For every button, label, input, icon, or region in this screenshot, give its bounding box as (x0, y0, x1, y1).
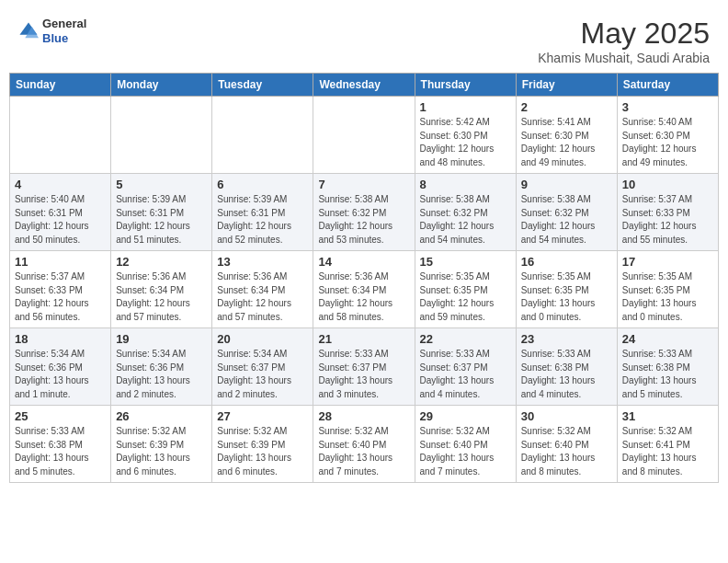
page-header: General Blue May 2025 Khamis Mushait, Sa… (9, 9, 719, 69)
day-info: Sunrise: 5:34 AM Sunset: 6:37 PM Dayligh… (217, 348, 308, 401)
day-number: 26 (116, 409, 207, 423)
calendar-cell: 28Sunrise: 5:32 AM Sunset: 6:40 PM Dayli… (313, 406, 415, 483)
day-info: Sunrise: 5:32 AM Sunset: 6:39 PM Dayligh… (217, 425, 308, 478)
day-info: Sunrise: 5:32 AM Sunset: 6:40 PM Dayligh… (318, 425, 409, 478)
calendar-cell: 17Sunrise: 5:35 AM Sunset: 6:35 PM Dayli… (617, 251, 718, 328)
calendar-cell: 14Sunrise: 5:36 AM Sunset: 6:34 PM Dayli… (313, 251, 415, 328)
day-info: Sunrise: 5:32 AM Sunset: 6:40 PM Dayligh… (521, 425, 612, 478)
day-number: 16 (521, 255, 612, 269)
calendar-cell: 19Sunrise: 5:34 AM Sunset: 6:36 PM Dayli… (111, 328, 212, 406)
calendar-cell: 11Sunrise: 5:37 AM Sunset: 6:33 PM Dayli… (10, 251, 111, 328)
calendar-cell: 2Sunrise: 5:41 AM Sunset: 6:30 PM Daylig… (516, 97, 617, 174)
day-info: Sunrise: 5:33 AM Sunset: 6:38 PM Dayligh… (622, 348, 713, 401)
day-number: 29 (420, 409, 511, 423)
location-title: Khamis Mushait, Saudi Arabia (538, 51, 710, 65)
header-sunday: Sunday (10, 74, 111, 97)
day-info: Sunrise: 5:39 AM Sunset: 6:31 PM Dayligh… (217, 193, 308, 247)
day-number: 14 (318, 255, 409, 269)
day-number: 19 (116, 332, 207, 346)
calendar-cell (10, 97, 111, 174)
calendar-cell: 22Sunrise: 5:33 AM Sunset: 6:37 PM Dayli… (415, 328, 516, 406)
calendar-cell: 18Sunrise: 5:34 AM Sunset: 6:36 PM Dayli… (10, 328, 111, 406)
day-info: Sunrise: 5:38 AM Sunset: 6:32 PM Dayligh… (420, 193, 511, 247)
logo-icon (18, 21, 39, 41)
calendar-cell: 31Sunrise: 5:32 AM Sunset: 6:41 PM Dayli… (617, 406, 718, 483)
day-number: 21 (318, 332, 409, 346)
day-info: Sunrise: 5:35 AM Sunset: 6:35 PM Dayligh… (622, 270, 713, 324)
calendar-cell: 9Sunrise: 5:38 AM Sunset: 6:32 PM Daylig… (516, 174, 617, 251)
calendar-week-row: 25Sunrise: 5:33 AM Sunset: 6:38 PM Dayli… (10, 406, 719, 483)
calendar-cell: 5Sunrise: 5:39 AM Sunset: 6:31 PM Daylig… (111, 174, 212, 251)
calendar-cell: 13Sunrise: 5:36 AM Sunset: 6:34 PM Dayli… (212, 251, 313, 328)
calendar-week-row: 1Sunrise: 5:42 AM Sunset: 6:30 PM Daylig… (10, 97, 719, 174)
day-number: 28 (318, 409, 409, 423)
day-info: Sunrise: 5:34 AM Sunset: 6:36 PM Dayligh… (15, 348, 106, 401)
day-info: Sunrise: 5:33 AM Sunset: 6:37 PM Dayligh… (420, 348, 511, 401)
day-info: Sunrise: 5:39 AM Sunset: 6:31 PM Dayligh… (116, 193, 207, 247)
day-number: 10 (622, 178, 713, 191)
day-number: 24 (622, 332, 713, 346)
title-block: May 2025 Khamis Mushait, Saudi Arabia (538, 17, 710, 65)
weekday-header-row: SundayMondayTuesdayWednesdayThursdayFrid… (10, 74, 719, 97)
day-number: 23 (521, 332, 612, 346)
calendar-cell: 6Sunrise: 5:39 AM Sunset: 6:31 PM Daylig… (212, 174, 313, 251)
day-info: Sunrise: 5:38 AM Sunset: 6:32 PM Dayligh… (318, 193, 409, 247)
day-number: 11 (15, 255, 106, 269)
day-info: Sunrise: 5:33 AM Sunset: 6:38 PM Dayligh… (521, 348, 612, 401)
logo-blue-text: Blue (42, 31, 86, 46)
calendar-table: SundayMondayTuesdayWednesdayThursdayFrid… (9, 73, 719, 483)
calendar-cell: 7Sunrise: 5:38 AM Sunset: 6:32 PM Daylig… (313, 174, 415, 251)
day-number: 27 (217, 409, 308, 423)
calendar-cell (212, 97, 313, 174)
logo-general-text: General (42, 17, 86, 31)
header-thursday: Thursday (415, 74, 516, 97)
header-monday: Monday (111, 74, 212, 97)
day-info: Sunrise: 5:32 AM Sunset: 6:39 PM Dayligh… (116, 425, 207, 478)
calendar-cell: 10Sunrise: 5:37 AM Sunset: 6:33 PM Dayli… (617, 174, 718, 251)
calendar-cell: 29Sunrise: 5:32 AM Sunset: 6:40 PM Dayli… (415, 406, 516, 483)
calendar-cell: 3Sunrise: 5:40 AM Sunset: 6:30 PM Daylig… (617, 97, 718, 174)
day-info: Sunrise: 5:32 AM Sunset: 6:41 PM Dayligh… (622, 425, 713, 478)
day-number: 20 (217, 332, 308, 346)
calendar-cell: 4Sunrise: 5:40 AM Sunset: 6:31 PM Daylig… (10, 174, 111, 251)
day-info: Sunrise: 5:35 AM Sunset: 6:35 PM Dayligh… (420, 270, 511, 324)
calendar-cell: 27Sunrise: 5:32 AM Sunset: 6:39 PM Dayli… (212, 406, 313, 483)
day-number: 15 (420, 255, 511, 269)
day-number: 18 (15, 332, 106, 346)
calendar-week-row: 11Sunrise: 5:37 AM Sunset: 6:33 PM Dayli… (10, 251, 719, 328)
calendar-cell: 1Sunrise: 5:42 AM Sunset: 6:30 PM Daylig… (415, 97, 516, 174)
month-title: May 2025 (538, 17, 710, 51)
header-saturday: Saturday (617, 74, 718, 97)
header-tuesday: Tuesday (212, 74, 313, 97)
day-info: Sunrise: 5:42 AM Sunset: 6:30 PM Dayligh… (420, 116, 511, 169)
calendar-cell: 15Sunrise: 5:35 AM Sunset: 6:35 PM Dayli… (415, 251, 516, 328)
day-info: Sunrise: 5:40 AM Sunset: 6:30 PM Dayligh… (622, 116, 713, 169)
day-info: Sunrise: 5:33 AM Sunset: 6:37 PM Dayligh… (318, 348, 409, 401)
calendar-cell: 21Sunrise: 5:33 AM Sunset: 6:37 PM Dayli… (313, 328, 415, 406)
day-info: Sunrise: 5:38 AM Sunset: 6:32 PM Dayligh… (521, 193, 612, 247)
day-number: 13 (217, 255, 308, 269)
calendar-cell: 16Sunrise: 5:35 AM Sunset: 6:35 PM Dayli… (516, 251, 617, 328)
day-info: Sunrise: 5:37 AM Sunset: 6:33 PM Dayligh… (622, 193, 713, 247)
day-number: 9 (521, 178, 612, 191)
day-info: Sunrise: 5:41 AM Sunset: 6:30 PM Dayligh… (521, 116, 612, 169)
day-number: 2 (521, 100, 612, 114)
day-number: 12 (116, 255, 207, 269)
day-info: Sunrise: 5:37 AM Sunset: 6:33 PM Dayligh… (15, 270, 106, 324)
day-number: 4 (15, 178, 106, 191)
calendar-cell: 23Sunrise: 5:33 AM Sunset: 6:38 PM Dayli… (516, 328, 617, 406)
calendar-cell: 20Sunrise: 5:34 AM Sunset: 6:37 PM Dayli… (212, 328, 313, 406)
calendar-cell: 26Sunrise: 5:32 AM Sunset: 6:39 PM Dayli… (111, 406, 212, 483)
day-number: 17 (622, 255, 713, 269)
day-info: Sunrise: 5:33 AM Sunset: 6:38 PM Dayligh… (15, 425, 106, 478)
day-info: Sunrise: 5:35 AM Sunset: 6:35 PM Dayligh… (521, 270, 612, 324)
day-number: 6 (217, 178, 308, 191)
day-number: 25 (15, 409, 106, 423)
day-info: Sunrise: 5:36 AM Sunset: 6:34 PM Dayligh… (116, 270, 207, 324)
day-number: 5 (116, 178, 207, 191)
day-number: 1 (420, 100, 511, 114)
day-info: Sunrise: 5:32 AM Sunset: 6:40 PM Dayligh… (420, 425, 511, 478)
header-friday: Friday (516, 74, 617, 97)
calendar-cell: 12Sunrise: 5:36 AM Sunset: 6:34 PM Dayli… (111, 251, 212, 328)
calendar-week-row: 4Sunrise: 5:40 AM Sunset: 6:31 PM Daylig… (10, 174, 719, 251)
